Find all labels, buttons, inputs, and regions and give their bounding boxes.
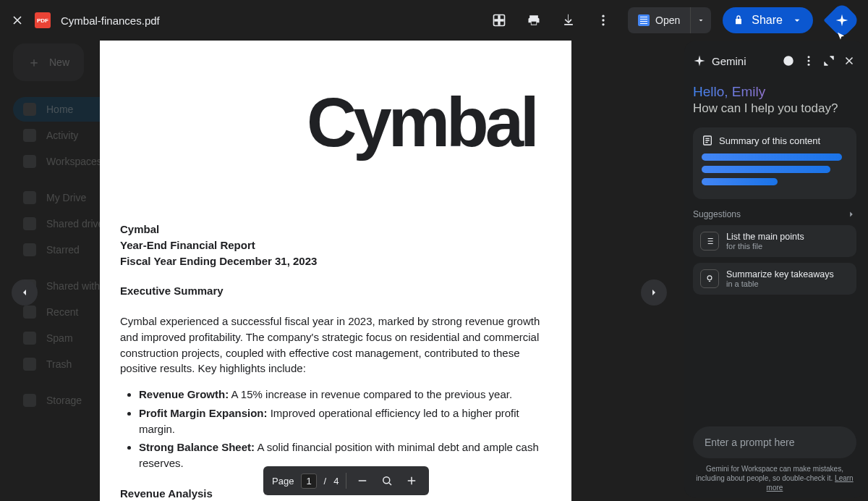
file-name: Cymbal-finances.pdf bbox=[61, 14, 160, 27]
list-item: Revenue Growth: A 15% increase in revenu… bbox=[139, 387, 551, 403]
suggestions-label[interactable]: Suggestions bbox=[693, 209, 856, 219]
close-icon[interactable] bbox=[10, 13, 25, 28]
doc-title-1: Year-End Financial Report bbox=[120, 237, 551, 253]
insight-icon bbox=[700, 269, 719, 288]
open-label: Open bbox=[655, 14, 680, 26]
zoom-reset-button[interactable] bbox=[378, 472, 396, 489]
doc-exec-paragraph: Cymbal experienced a successful fiscal y… bbox=[120, 313, 551, 376]
more-icon[interactable] bbox=[589, 6, 618, 35]
history-icon[interactable] bbox=[781, 54, 796, 68]
topbar: PDF Cymbal-finances.pdf Open Share bbox=[0, 0, 868, 41]
suggestion-item[interactable]: List the main points for this file bbox=[693, 225, 856, 257]
suggestion-title: Summarize key takeaways bbox=[726, 269, 834, 279]
share-label: Share bbox=[752, 14, 783, 27]
share-button[interactable]: Share bbox=[723, 7, 813, 33]
svg-point-2 bbox=[602, 19, 604, 21]
page-current-input[interactable]: 1 bbox=[301, 473, 316, 489]
page-label: Page bbox=[272, 476, 294, 487]
more-vert-icon[interactable] bbox=[801, 54, 816, 68]
open-dropdown-icon[interactable] bbox=[691, 16, 711, 25]
page-controls: Page 1 / 4 bbox=[263, 466, 429, 495]
document-logo: Cymbal bbox=[307, 83, 551, 162]
svg-rect-4 bbox=[359, 480, 367, 481]
doc-exec-heading: Executive Summary bbox=[120, 283, 551, 299]
zoom-out-button[interactable] bbox=[354, 472, 371, 489]
docs-icon bbox=[638, 14, 650, 26]
page-total: 4 bbox=[333, 476, 339, 487]
svg-point-1 bbox=[602, 15, 604, 17]
list-item: Profit Margin Expansion: Improved operat… bbox=[139, 405, 551, 437]
chevron-down-icon[interactable] bbox=[791, 14, 803, 26]
suggestion-sub: in a table bbox=[726, 279, 834, 288]
disclaimer-text: Gemini for Workspace can make mistakes, … bbox=[693, 464, 856, 492]
zoom-in-button[interactable] bbox=[403, 472, 420, 489]
page-slash: / bbox=[324, 476, 327, 487]
loading-bars bbox=[702, 153, 848, 185]
expand-icon[interactable] bbox=[822, 54, 836, 68]
chevron-right-icon bbox=[846, 209, 856, 219]
doc-company: Cymbal bbox=[120, 222, 551, 237]
pdf-viewer: Cymbal Cymbal Year-End Financial Report … bbox=[0, 41, 687, 501]
next-page-button[interactable] bbox=[641, 279, 667, 306]
svg-point-11 bbox=[707, 276, 712, 280]
suggestion-title: List the main points bbox=[726, 232, 804, 242]
prev-page-button[interactable] bbox=[12, 279, 38, 306]
svg-point-8 bbox=[808, 60, 810, 62]
suggestion-item[interactable]: Summarize key takeaways in a table bbox=[693, 263, 856, 295]
svg-point-3 bbox=[602, 23, 604, 25]
doc-bullet-list: Revenue Growth: A 15% increase in revenu… bbox=[120, 387, 551, 471]
gemini-title: Gemini bbox=[693, 54, 775, 67]
spark-icon bbox=[693, 54, 706, 67]
download-icon[interactable] bbox=[554, 6, 583, 35]
add-to-drive-icon[interactable] bbox=[485, 6, 514, 35]
svg-point-5 bbox=[383, 477, 390, 484]
lock-icon bbox=[733, 14, 744, 26]
gemini-side-panel: Gemini Hello, Emily How can I help you t… bbox=[684, 41, 865, 498]
doc-title-2: Fiscal Year Ending December 31, 2023 bbox=[120, 253, 551, 269]
open-with-button[interactable]: Open bbox=[628, 7, 711, 33]
list-icon bbox=[700, 232, 719, 250]
greeting-sub: How can I help you today? bbox=[693, 101, 856, 116]
prompt-input[interactable]: Enter a prompt here bbox=[693, 426, 856, 458]
print-icon[interactable] bbox=[519, 6, 548, 35]
summary-icon bbox=[702, 135, 713, 146]
greeting-hello: Hello, Emily bbox=[693, 84, 856, 100]
svg-point-7 bbox=[808, 56, 810, 58]
summary-card[interactable]: Summary of this content bbox=[693, 127, 856, 199]
pdf-page: Cymbal Cymbal Year-End Financial Report … bbox=[100, 41, 571, 501]
pdf-badge-icon: PDF bbox=[35, 12, 51, 28]
summary-title: Summary of this content bbox=[719, 135, 820, 146]
close-panel-icon[interactable] bbox=[842, 54, 856, 68]
gemini-toggle-button[interactable] bbox=[824, 2, 861, 39]
svg-point-9 bbox=[808, 64, 810, 66]
suggestion-sub: for this file bbox=[726, 242, 804, 250]
